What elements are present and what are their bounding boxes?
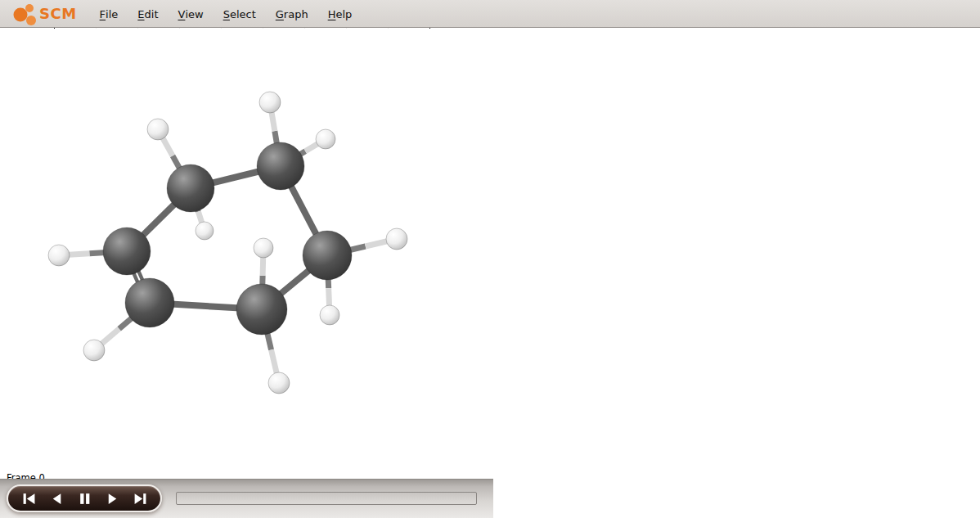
menu-help[interactable]: Help — [318, 0, 362, 28]
scm-logo-text: SCM — [39, 5, 77, 22]
menu-accel-char: V — [178, 8, 186, 20]
skip-to-end-icon — [133, 492, 147, 506]
hydrogen-atom — [48, 245, 70, 266]
menu-accel-char: G — [276, 8, 284, 20]
pause-button[interactable] — [74, 489, 95, 508]
scm-movie-window: SCM FileEditViewSelectGraphHelp Frame 0 … — [0, 0, 980, 518]
menu-bar: SCM FileEditViewSelectGraphHelp — [0, 0, 980, 28]
skip-to-start-icon — [22, 492, 36, 506]
molecule-atoms — [48, 92, 407, 394]
menu-file[interactable]: File — [90, 0, 128, 28]
carbon-atom — [257, 142, 304, 190]
play-icon — [106, 492, 119, 506]
carbon-atom — [303, 231, 352, 280]
carbon-atom — [125, 278, 174, 327]
step-back-icon — [50, 492, 64, 506]
carbon-atom — [103, 227, 151, 275]
hydrogen-atom — [316, 129, 335, 149]
molecule-3d-viewport[interactable] — [0, 29, 493, 450]
hydrogen-atom — [83, 340, 105, 361]
play-button[interactable] — [101, 489, 123, 508]
pause-icon — [78, 492, 92, 506]
carbon-atom — [167, 164, 214, 212]
menu-view[interactable]: View — [169, 0, 214, 28]
menu-accel-char: S — [223, 8, 230, 20]
molecule-panel: Frame 0 Geometry 5, Distance C(2)--C(3):… — [0, 29, 493, 518]
scm-logo-icon — [8, 1, 38, 27]
menu-edit[interactable]: Edit — [128, 0, 168, 28]
carbon-atom — [236, 284, 287, 335]
skip-to-end-button[interactable] — [129, 489, 151, 508]
hydrogen-atom — [268, 372, 290, 394]
menu-accel-char: E — [137, 8, 144, 20]
hydrogen-atom — [320, 305, 339, 325]
menu-select[interactable]: Select — [214, 0, 266, 28]
menu-accel-char: F — [100, 8, 106, 20]
scm-logo: SCM — [8, 1, 77, 27]
hydrogen-atom — [259, 92, 281, 113]
hydrogen-atom — [147, 119, 169, 140]
skip-to-start-button[interactable] — [18, 489, 39, 508]
player-button-group — [7, 484, 162, 512]
menu-graph[interactable]: Graph — [266, 0, 318, 28]
menu-items: FileEditViewSelectGraphHelp — [90, 0, 362, 27]
menu-accel-char: H — [328, 8, 336, 20]
hydrogen-atom — [386, 228, 407, 250]
hydrogen-atom — [196, 222, 214, 240]
frame-slider-track[interactable] — [176, 492, 477, 505]
step-back-button[interactable] — [46, 489, 67, 508]
playback-control-bar — [0, 479, 493, 518]
hydrogen-atom — [254, 238, 273, 258]
